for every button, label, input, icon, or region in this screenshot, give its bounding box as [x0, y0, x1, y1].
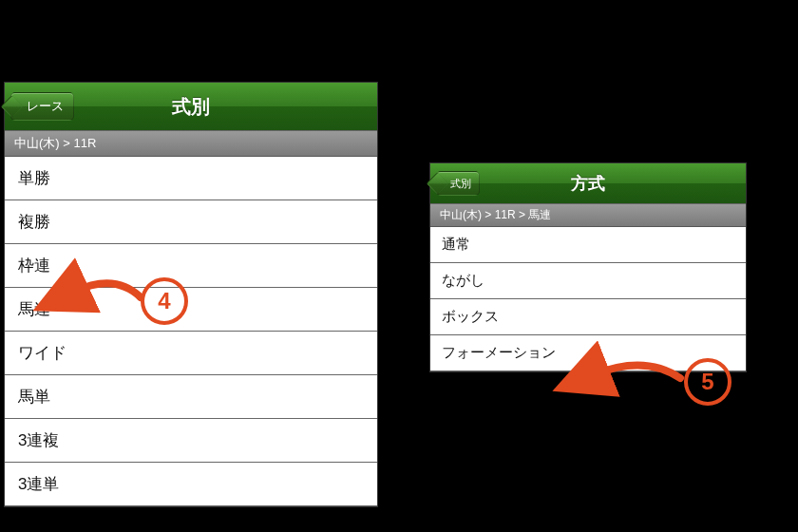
back-button-label: レース	[27, 98, 64, 115]
list-item[interactable]: 馬単	[5, 375, 377, 419]
list-item-umaren[interactable]: 馬連	[5, 288, 377, 332]
list-item[interactable]: 3連単	[5, 463, 377, 506]
navbar-title: 方式	[571, 172, 605, 195]
list-item-label: 3連複	[18, 431, 59, 449]
annotation-step-4: 4	[141, 277, 188, 325]
arrow-icon	[583, 350, 688, 391]
list-item-label: 枠連	[18, 256, 50, 275]
list-item[interactable]: 3連複	[5, 419, 377, 463]
list-item-label: 馬単	[18, 388, 50, 406]
annotation-step-5: 5	[684, 358, 732, 406]
navbar-title: 式別	[172, 94, 210, 120]
list-item-label: ながし	[442, 272, 484, 288]
list-item[interactable]: 枠連	[5, 244, 377, 288]
list-item-label: フォーメーション	[442, 344, 556, 360]
list-item[interactable]: 単勝	[5, 157, 377, 200]
list-item-label: ワイド	[18, 344, 66, 362]
back-button-race[interactable]: レース	[10, 92, 74, 121]
list-item[interactable]: 複勝	[5, 200, 377, 244]
stage: レース 式別 中山(木) > 11R 単勝 複勝 枠連 馬連 ワイド 馬単 3連…	[0, 0, 798, 532]
list-item-label: 通常	[442, 236, 470, 252]
bet-type-panel: レース 式別 中山(木) > 11R 単勝 複勝 枠連 馬連 ワイド 馬単 3連…	[4, 82, 378, 507]
list-item-label: ボックス	[442, 308, 499, 324]
list-item-label: 馬連	[18, 300, 50, 318]
breadcrumb: 中山(木) > 11R	[5, 130, 377, 157]
annotation-number: 5	[701, 369, 713, 395]
back-button-label: 式別	[450, 177, 471, 191]
list-item-label: 3連単	[18, 475, 59, 493]
list-item-label: 単勝	[18, 169, 50, 187]
navbar-bet-type: レース 式別	[5, 83, 377, 130]
back-button-bet-type[interactable]: 式別	[436, 171, 480, 196]
list-item[interactable]: ボックス	[430, 299, 746, 335]
breadcrumb: 中山(木) > 11R > 馬連	[430, 203, 746, 227]
list-item-label: 複勝	[18, 213, 50, 231]
navbar-method: 式別 方式	[430, 163, 746, 203]
annotation-number: 4	[158, 288, 170, 314]
list-item[interactable]: ワイド	[5, 332, 377, 375]
list-item[interactable]: ながし	[430, 263, 746, 299]
method-panel: 式別 方式 中山(木) > 11R > 馬連 通常 ながし ボックス フォーメー…	[429, 162, 747, 372]
bet-type-list: 単勝 複勝 枠連 馬連 ワイド 馬単 3連複 3連単	[5, 157, 377, 506]
arrow-icon	[63, 269, 148, 311]
list-item[interactable]: 通常	[430, 227, 746, 263]
